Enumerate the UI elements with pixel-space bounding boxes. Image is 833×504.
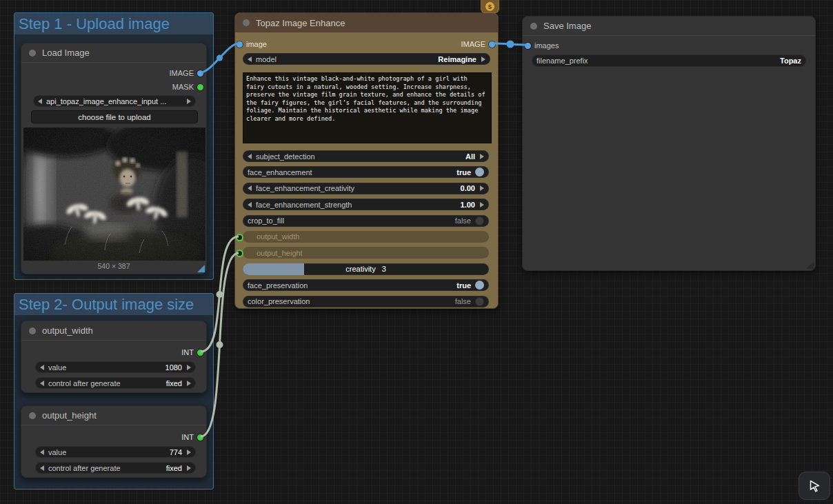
node-save-image-title: Save Image: [543, 21, 591, 31]
widget-face-enhancement-strength[interactable]: face_enhancement_strength 1.00: [243, 199, 489, 210]
output-slot-int: INT: [181, 432, 203, 443]
photo-preview-art: [23, 128, 205, 261]
combo-next-icon[interactable]: [187, 465, 191, 471]
toggle-off-icon[interactable]: [475, 297, 484, 306]
node-resize-grip[interactable]: [806, 261, 814, 269]
model-value: Reimagine: [438, 55, 476, 63]
combo-next-icon[interactable]: [481, 57, 485, 62]
image-input-socket[interactable]: [237, 41, 243, 48]
int-output-socket[interactable]: [197, 350, 203, 356]
output-label-int: INT: [181, 348, 194, 356]
value-number: 1080: [165, 363, 182, 372]
decrement-arrow-icon[interactable]: [40, 450, 44, 455]
combo-prev-icon[interactable]: [248, 154, 252, 159]
output-slot-int: INT: [181, 347, 203, 358]
widget-face-enhancement[interactable]: face_enhancement true: [243, 166, 489, 178]
image-output-socket[interactable]: [197, 70, 203, 77]
node-load-image-header[interactable]: Load Image: [21, 43, 206, 63]
output-label-image: IMAGE: [170, 69, 194, 77]
combo-prev-icon[interactable]: [248, 57, 252, 62]
prompt-textarea[interactable]: Enhance this vintage black-and-white pho…: [243, 72, 492, 143]
input-slot-images: images: [525, 40, 559, 51]
node-resize-grip[interactable]: [197, 265, 205, 272]
widget-stack: subject_detection All face_enhancement t…: [243, 150, 489, 308]
decrement-arrow-icon[interactable]: [248, 185, 252, 191]
control-label: control after generate: [48, 379, 121, 387]
node-output-width-title: output_width: [42, 325, 93, 336]
choose-file-button[interactable]: choose file to upload: [31, 110, 198, 123]
group-step1-title: Step 1 - Upload image: [19, 15, 170, 33]
collapse-dot-icon[interactable]: [29, 412, 36, 419]
node-save-image-header[interactable]: Save Image: [523, 17, 815, 36]
collapse-dot-icon[interactable]: [243, 19, 250, 26]
image-output-socket[interactable]: [489, 41, 495, 48]
image-file-combo[interactable]: api_topaz_image_enhance_input ...: [33, 95, 196, 107]
group-step1-header[interactable]: Step 1 - Upload image: [14, 13, 213, 34]
toggle-off-icon[interactable]: [475, 216, 484, 225]
int-output-socket[interactable]: [197, 434, 203, 441]
combo-prev-icon[interactable]: [40, 381, 44, 386]
choose-file-button-label: choose file to upload: [78, 113, 151, 121]
widget-color-preservation[interactable]: color_preservation false: [243, 296, 489, 308]
filename-prefix-widget[interactable]: filename_prefix Topaz: [532, 54, 806, 67]
combo-prev-icon[interactable]: [38, 99, 42, 104]
combo-next-icon[interactable]: [187, 99, 191, 104]
node-load-image: Load Image IMAGE MASK api_topaz_image_en…: [21, 43, 207, 274]
widget-crop-to-fill[interactable]: crop_to_fill false: [243, 215, 489, 227]
output-height-input-socket[interactable]: [236, 250, 243, 257]
group-step2-header[interactable]: Step 2- Output image size: [14, 294, 213, 315]
images-input-socket[interactable]: [525, 43, 531, 49]
value-label: value: [48, 363, 66, 372]
increment-arrow-icon[interactable]: [187, 365, 191, 370]
image-file-combo-value: api_topaz_image_enhance_input ...: [46, 97, 166, 105]
collapse-dot-icon[interactable]: [29, 50, 36, 57]
combo-next-icon[interactable]: [480, 154, 484, 159]
node-save-image: Save Image images filename_prefix Topaz: [522, 16, 816, 271]
link-midpoint-dot[interactable]: [217, 55, 223, 61]
model-label: model: [256, 55, 277, 63]
dollar-coin-icon: $: [485, 2, 494, 11]
toggle-on-icon[interactable]: [475, 281, 484, 290]
link-midpoint-dot[interactable]: [507, 41, 514, 48]
link-midpoint-dot[interactable]: [217, 291, 223, 298]
link-midpoint-dot[interactable]: [217, 341, 223, 348]
output-slot-mask: MASK: [172, 81, 203, 92]
value-number-widget[interactable]: value 774: [35, 446, 196, 458]
output-label-int: INT: [181, 433, 194, 441]
slider-text: creativity 3: [243, 265, 489, 273]
model-combo-widget[interactable]: model Reimagine: [243, 53, 490, 65]
preview-dimensions-caption: 540 × 387: [21, 262, 206, 270]
node-topaz-header[interactable]: Topaz Image Enhance: [235, 13, 498, 32]
increment-arrow-icon[interactable]: [480, 202, 484, 208]
toggle-on-icon[interactable]: [475, 168, 484, 177]
node-output-width: output_width INT value 1080 control afte…: [21, 321, 207, 393]
value-number-widget[interactable]: value 1080: [35, 361, 196, 373]
widget-creativity-slider[interactable]: creativity 3: [243, 263, 489, 275]
output-slot-image: IMAGE: [170, 68, 203, 79]
collapse-dot-icon[interactable]: [29, 327, 36, 334]
mask-output-socket[interactable]: [197, 84, 203, 90]
increment-arrow-icon[interactable]: [187, 450, 191, 455]
control-value: fixed: [166, 464, 182, 472]
increment-arrow-icon[interactable]: [480, 185, 484, 191]
control-after-generate-widget[interactable]: control after generate fixed: [35, 377, 196, 389]
widget-face-preservation[interactable]: face_preservation true: [243, 279, 489, 291]
decrement-arrow-icon[interactable]: [40, 365, 44, 370]
output-slot-image: IMAGE: [461, 39, 495, 50]
widget-output-width-input: output_width: [243, 231, 489, 243]
control-after-generate-widget[interactable]: control after generate fixed: [35, 462, 196, 474]
node-output-height-title: output_height: [42, 410, 97, 421]
cursor-arrow-icon: [806, 478, 823, 494]
node-output-height-header[interactable]: output_height: [21, 406, 206, 425]
collapse-dot-icon[interactable]: [530, 23, 537, 30]
pointer-tool-button[interactable]: [799, 472, 830, 500]
output-label-mask: MASK: [172, 83, 194, 91]
node-output-width-header[interactable]: output_width: [21, 321, 206, 341]
combo-prev-icon[interactable]: [40, 465, 44, 471]
decrement-arrow-icon[interactable]: [248, 202, 252, 208]
combo-next-icon[interactable]: [187, 381, 191, 386]
output-width-input-socket[interactable]: [236, 234, 243, 241]
output-label-image: IMAGE: [461, 40, 485, 48]
widget-subject-detection[interactable]: subject_detection All: [243, 150, 489, 162]
widget-face-enhancement-creativity[interactable]: face_enhancement_creativity 0.00: [243, 183, 489, 194]
